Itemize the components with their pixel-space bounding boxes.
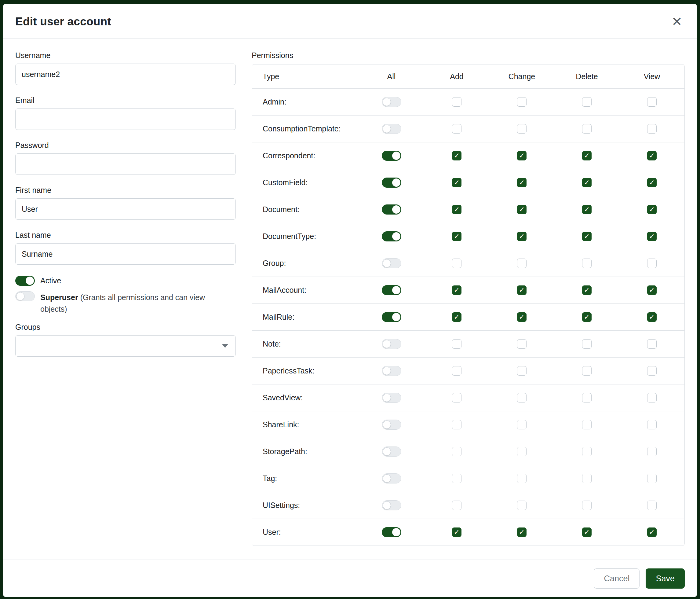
permission-view-checkbox[interactable]	[647, 501, 657, 510]
edit-user-dialog: Edit user account ✕ Username Email Passw…	[3, 4, 697, 597]
permission-change-checkbox[interactable]	[517, 259, 527, 268]
permission-delete-checkbox[interactable]	[582, 447, 592, 456]
permission-change-checkbox[interactable]	[517, 527, 527, 537]
permission-view-checkbox[interactable]	[647, 205, 657, 214]
permission-all-toggle[interactable]	[382, 124, 401, 134]
close-icon[interactable]: ✕	[669, 14, 685, 29]
permission-add-checkbox[interactable]	[452, 232, 461, 241]
permission-delete-checkbox[interactable]	[582, 124, 592, 134]
username-input[interactable]	[15, 64, 236, 85]
superuser-toggle[interactable]	[15, 291, 35, 301]
permission-add-checkbox[interactable]	[452, 124, 461, 134]
cancel-button[interactable]: Cancel	[594, 569, 640, 589]
groups-select[interactable]	[15, 335, 236, 357]
permission-change-checkbox[interactable]	[517, 285, 527, 295]
permission-change-checkbox[interactable]	[517, 151, 527, 161]
permission-add-checkbox[interactable]	[452, 285, 461, 295]
password-field[interactable]	[15, 153, 236, 175]
permission-view-checkbox[interactable]	[647, 393, 657, 403]
permission-all-toggle[interactable]	[382, 177, 401, 188]
permission-all-toggle[interactable]	[382, 500, 401, 510]
permission-change-checkbox[interactable]	[517, 205, 527, 214]
permission-all-toggle[interactable]	[382, 285, 401, 295]
permission-change-checkbox[interactable]	[517, 339, 527, 349]
permission-delete-checkbox[interactable]	[582, 205, 592, 214]
permission-all-toggle[interactable]	[382, 527, 401, 537]
permission-change-checkbox[interactable]	[517, 474, 527, 483]
permission-delete-checkbox[interactable]	[582, 178, 592, 187]
permission-view-checkbox[interactable]	[647, 420, 657, 429]
permission-add-checkbox[interactable]	[452, 366, 461, 376]
permission-add-checkbox[interactable]	[452, 420, 461, 429]
first-name-field[interactable]	[15, 198, 236, 220]
email-field[interactable]	[15, 109, 236, 130]
permission-all-toggle[interactable]	[382, 151, 401, 161]
permission-change-checkbox[interactable]	[517, 366, 527, 376]
permission-change-checkbox[interactable]	[517, 312, 527, 322]
permission-view-checkbox[interactable]	[647, 339, 657, 349]
permission-all-toggle[interactable]	[382, 393, 401, 403]
permission-view-checkbox[interactable]	[647, 124, 657, 134]
permission-view-checkbox[interactable]	[647, 312, 657, 322]
permission-add-checkbox[interactable]	[452, 474, 461, 483]
permission-change-cell	[489, 151, 554, 161]
permission-view-checkbox[interactable]	[647, 527, 657, 537]
permission-view-checkbox[interactable]	[647, 97, 657, 107]
save-button[interactable]: Save	[646, 569, 685, 589]
permission-change-checkbox[interactable]	[517, 393, 527, 403]
permission-change-checkbox[interactable]	[517, 178, 527, 187]
permission-add-checkbox[interactable]	[452, 259, 461, 268]
permission-all-toggle[interactable]	[382, 447, 401, 457]
permission-delete-checkbox[interactable]	[582, 97, 592, 107]
permission-view-checkbox[interactable]	[647, 151, 657, 161]
permission-add-checkbox[interactable]	[452, 527, 461, 537]
permission-add-checkbox[interactable]	[452, 205, 461, 214]
permission-delete-checkbox[interactable]	[582, 151, 592, 161]
last-name-field[interactable]	[15, 243, 236, 265]
permission-delete-checkbox[interactable]	[582, 285, 592, 295]
permission-delete-checkbox[interactable]	[582, 312, 592, 322]
permission-row: Document:	[252, 196, 684, 223]
permission-delete-checkbox[interactable]	[582, 420, 592, 429]
permission-add-checkbox[interactable]	[452, 312, 461, 322]
permission-add-checkbox[interactable]	[452, 178, 461, 187]
permission-all-toggle[interactable]	[382, 205, 401, 215]
permission-delete-checkbox[interactable]	[582, 393, 592, 403]
permission-change-checkbox[interactable]	[517, 420, 527, 429]
permission-delete-checkbox[interactable]	[582, 366, 592, 376]
permission-view-checkbox[interactable]	[647, 474, 657, 483]
permission-change-checkbox[interactable]	[517, 501, 527, 510]
permission-all-toggle[interactable]	[382, 473, 401, 483]
permission-delete-checkbox[interactable]	[582, 339, 592, 349]
permission-change-checkbox[interactable]	[517, 232, 527, 241]
permission-add-checkbox[interactable]	[452, 447, 461, 456]
permission-all-toggle[interactable]	[382, 258, 401, 268]
permission-change-checkbox[interactable]	[517, 124, 527, 134]
permission-view-checkbox[interactable]	[647, 259, 657, 268]
permission-all-toggle[interactable]	[382, 339, 401, 349]
toggle-knob	[383, 393, 391, 402]
permission-all-toggle[interactable]	[382, 366, 401, 376]
active-toggle[interactable]	[15, 275, 35, 286]
permission-delete-checkbox[interactable]	[582, 259, 592, 268]
permission-add-checkbox[interactable]	[452, 501, 461, 510]
permission-all-toggle[interactable]	[382, 97, 401, 107]
permission-change-checkbox[interactable]	[517, 97, 527, 107]
permission-delete-checkbox[interactable]	[582, 232, 592, 241]
permission-view-checkbox[interactable]	[647, 285, 657, 295]
permission-all-toggle[interactable]	[382, 312, 401, 322]
permission-delete-checkbox[interactable]	[582, 474, 592, 483]
permission-view-checkbox[interactable]	[647, 447, 657, 456]
permission-delete-checkbox[interactable]	[582, 527, 592, 537]
permission-view-checkbox[interactable]	[647, 366, 657, 376]
permission-add-checkbox[interactable]	[452, 393, 461, 403]
permission-all-toggle[interactable]	[382, 231, 401, 241]
permission-add-checkbox[interactable]	[452, 339, 461, 349]
permission-add-checkbox[interactable]	[452, 151, 461, 161]
permission-all-toggle[interactable]	[382, 420, 401, 430]
permission-add-checkbox[interactable]	[452, 97, 461, 107]
permission-view-checkbox[interactable]	[647, 232, 657, 241]
permission-view-checkbox[interactable]	[647, 178, 657, 187]
permission-delete-checkbox[interactable]	[582, 501, 592, 510]
permission-change-checkbox[interactable]	[517, 447, 527, 456]
